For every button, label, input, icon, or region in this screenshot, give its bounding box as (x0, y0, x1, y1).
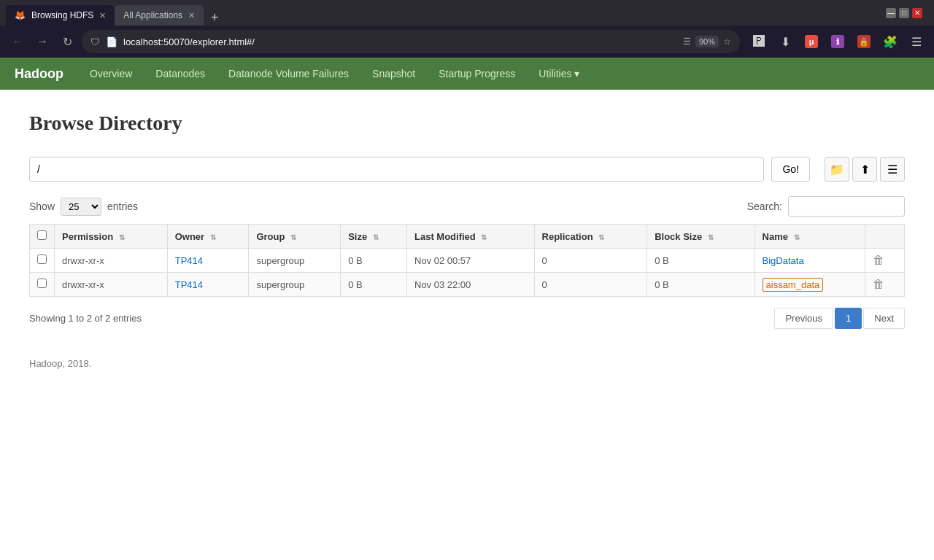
address-bar[interactable]: 🛡 📄 localhost:50070/explorer.html#/ ☰ 90… (82, 30, 740, 53)
pagination-buttons: Previous 1 Next (774, 308, 905, 329)
page-1-button[interactable]: 1 (835, 308, 862, 329)
th-owner[interactable]: Owner ⇅ (167, 225, 249, 249)
list-icon-btn[interactable]: ☰ (880, 157, 905, 182)
privacy-icon: ℹ (831, 35, 844, 48)
tab-label: Browsing HDFS (31, 10, 93, 20)
zoom-level: 90% (695, 36, 719, 47)
entries-select[interactable]: 25 10 50 100 (61, 198, 101, 216)
nav-datanode-volume-failures[interactable]: Datanode Volume Failures (217, 58, 360, 90)
th-group-label: Group (256, 231, 285, 242)
th-last-modified[interactable]: Last Modified ⇅ (407, 225, 535, 249)
close-button[interactable]: ✕ (912, 8, 922, 18)
row1-block-size: 0 B (647, 249, 754, 273)
forward-button[interactable]: → (32, 31, 53, 52)
show-label: Show (29, 201, 55, 212)
browser-toolbar: ← → ↻ 🛡 📄 localhost:50070/explorer.html#… (0, 26, 934, 58)
hadoop-brand: Hadoop (15, 66, 63, 82)
nav-startup-progress[interactable]: Startup Progress (427, 58, 527, 90)
back-button[interactable]: ← (7, 31, 28, 52)
extension-extra[interactable]: 🔒 (854, 31, 874, 52)
url-display: localhost:50070/explorer.html#/ (123, 36, 677, 47)
menu-button[interactable]: ☰ (906, 31, 927, 52)
tab-browsing-hdfs[interactable]: 🦊 Browsing HDFS ✕ (6, 5, 115, 26)
row1-delete-cell: 🗑 (865, 249, 905, 273)
download-button[interactable]: ⬇ (775, 31, 795, 52)
sort-owner-icon: ⇅ (210, 233, 216, 241)
th-last-modified-label: Last Modified (414, 231, 476, 242)
pocket-button[interactable]: 🅿 (749, 31, 769, 52)
table-row: drwxr-xr-x TP414 supergroup 0 B Nov 03 2… (30, 273, 905, 297)
row2-checkbox-cell (30, 273, 55, 297)
row2-name-link[interactable]: aissam_data (763, 278, 824, 292)
th-replication-label: Replication (542, 231, 593, 242)
previous-button[interactable]: Previous (774, 308, 833, 329)
folder-icon-btn[interactable]: 📁 (825, 157, 849, 182)
tab-close-btn[interactable]: ✕ (99, 11, 106, 20)
path-row: Go! 📁 ⬆ ☰ (29, 157, 905, 182)
th-group[interactable]: Group ⇅ (249, 225, 341, 249)
table-controls: Show 25 10 50 100 entries Search: (29, 196, 905, 217)
reader-icon: ☰ (683, 36, 691, 47)
row1-permission: drwxr-xr-x (55, 249, 168, 273)
extension-privacy[interactable]: ℹ (827, 31, 848, 52)
search-input[interactable] (788, 196, 905, 217)
row1-group: supergroup (249, 249, 341, 273)
row1-name-link[interactable]: BigDatata (763, 255, 804, 266)
minimize-button[interactable]: — (886, 8, 896, 18)
row2-size: 0 B (341, 273, 407, 297)
row1-checkbox[interactable] (37, 254, 47, 264)
nav-utilities-label: Utilities ▾ (539, 68, 579, 79)
th-permission-label: Permission (62, 231, 113, 242)
extensions-button[interactable]: 🧩 (880, 31, 900, 52)
row2-checkbox[interactable] (37, 279, 47, 288)
th-permission[interactable]: Permission ⇅ (55, 225, 168, 249)
row2-block-size: 0 B (647, 273, 754, 297)
sort-permission-icon: ⇅ (119, 233, 125, 241)
extension-ublock[interactable]: μ (801, 31, 822, 52)
th-size[interactable]: Size ⇅ (341, 225, 407, 249)
page-footer: Hadoop, 2018. (29, 358, 905, 369)
row1-last-modified: Nov 02 00:57 (407, 249, 535, 273)
th-block-size[interactable]: Block Size ⇅ (647, 225, 754, 249)
nav-snapshot[interactable]: Snapshot (360, 58, 427, 90)
row1-owner-link[interactable]: TP414 (175, 255, 203, 266)
show-entries: Show 25 10 50 100 entries (29, 198, 138, 216)
refresh-button[interactable]: ↻ (57, 31, 77, 52)
toolbar-icons: 🅿 ⬇ μ ℹ 🔒 🧩 ☰ (749, 31, 927, 52)
th-size-label: Size (348, 231, 367, 242)
directory-table: Permission ⇅ Owner ⇅ Group ⇅ Size ⇅ Last… (29, 224, 905, 297)
maximize-button[interactable]: □ (899, 8, 909, 18)
tab-close-btn-2[interactable]: ✕ (188, 11, 195, 20)
next-button[interactable]: Next (863, 308, 905, 329)
ublock-icon: μ (805, 35, 818, 48)
nav-utilities[interactable]: Utilities ▾ (527, 58, 591, 90)
th-owner-label: Owner (175, 231, 204, 242)
th-select-all (30, 225, 55, 249)
tab-label-2: All Applications (123, 10, 182, 20)
footer-text: Hadoop, 2018. (29, 358, 91, 369)
row2-permission: drwxr-xr-x (55, 273, 168, 297)
row1-owner: TP414 (167, 249, 249, 273)
search-area: Search: (747, 196, 905, 217)
nav-datanodes[interactable]: Datanodes (144, 58, 217, 90)
row2-name: aissam_data (754, 273, 865, 297)
extra-icon: 🔒 (857, 35, 871, 48)
new-tab-button[interactable]: + (207, 10, 223, 26)
icon-btn-group: 📁 ⬆ ☰ (825, 157, 905, 182)
tab-bar: 🦊 Browsing HDFS ✕ All Applications ✕ + (6, 0, 883, 26)
select-all-checkbox[interactable] (37, 230, 47, 240)
th-replication[interactable]: Replication ⇅ (534, 225, 647, 249)
sort-last-modified-icon: ⇅ (481, 233, 487, 241)
search-label: Search: (747, 201, 782, 212)
bookmark-icon[interactable]: ☆ (723, 36, 731, 47)
nav-overview[interactable]: Overview (78, 58, 144, 90)
row2-delete-icon[interactable]: 🗑 (873, 278, 884, 290)
upload-icon-btn[interactable]: ⬆ (852, 157, 877, 182)
go-button[interactable]: Go! (771, 157, 810, 182)
path-input[interactable] (29, 157, 764, 182)
row1-delete-icon[interactable]: 🗑 (873, 254, 884, 266)
row2-owner-link[interactable]: TP414 (175, 279, 203, 290)
th-name[interactable]: Name ⇅ (754, 225, 865, 249)
th-actions (865, 225, 905, 249)
tab-all-applications[interactable]: All Applications ✕ (115, 5, 204, 26)
